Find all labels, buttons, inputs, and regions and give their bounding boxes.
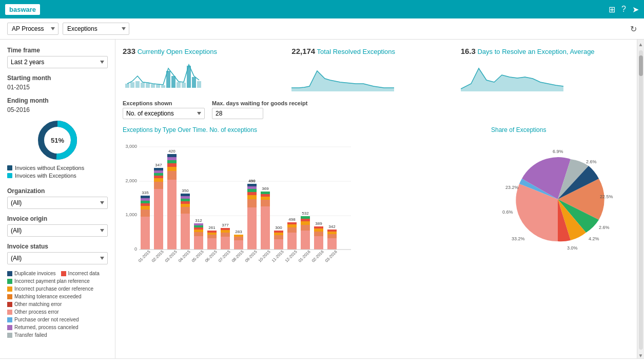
help-icon[interactable]: ? <box>621 5 626 14</box>
legend-item-with: Invoices with Exceptions <box>7 173 108 179</box>
kpi-resolved-title: 22,174 Total Resolved Exceptions <box>291 47 460 55</box>
brand-logo: basware <box>5 4 40 15</box>
scroll-down-arrow[interactable]: ▼ <box>638 353 643 358</box>
svg-rect-46 <box>167 171 177 180</box>
scroll-track[interactable] <box>639 50 643 350</box>
svg-rect-45 <box>167 180 177 250</box>
svg-rect-39 <box>154 176 163 178</box>
svg-text:06-2015: 06-2015 <box>204 249 219 263</box>
svg-rect-129 <box>327 238 337 250</box>
kpi-open: 233 Currently Open Exceptions <box>123 47 291 93</box>
svg-rect-64 <box>194 232 203 236</box>
user-icon[interactable]: ➤ <box>632 5 639 14</box>
legend-color-matching-tolerance <box>7 294 12 299</box>
invoice-origin-select[interactable]: (All) <box>7 224 108 237</box>
pie-chart-section: Share of Exceptions <box>491 126 630 273</box>
svg-rect-104 <box>274 239 283 250</box>
timeframe-section: Time frame Last 2 years <box>7 47 108 68</box>
svg-rect-41 <box>154 170 163 173</box>
scrollbar[interactable]: ▲ ▼ <box>637 40 644 358</box>
kpi-resolved-num: 22,174 <box>291 47 315 55</box>
svg-rect-16 <box>197 81 201 88</box>
svg-text:283: 283 <box>235 230 242 234</box>
svg-rect-31 <box>141 201 150 203</box>
kpi-days-num: 16.3 <box>461 47 476 55</box>
kpi-days: 16.3 Days to Resolve an Exception, Avera… <box>461 47 630 93</box>
view-select[interactable]: Exceptions <box>63 23 129 35</box>
legend-color-incorrect-data <box>61 271 66 276</box>
svg-text:350: 350 <box>182 188 189 193</box>
svg-text:6.9%: 6.9% <box>553 149 563 154</box>
legend-color-payment-plan <box>7 279 12 284</box>
scroll-thumb[interactable] <box>639 55 643 76</box>
refresh-icon[interactable]: ↻ <box>630 24 637 34</box>
kpi-open-label: Currently Open Exceptions <box>138 48 217 55</box>
kpi-row: 233 Currently Open Exceptions <box>123 47 630 93</box>
svg-text:10-2015: 10-2015 <box>258 249 272 263</box>
invoice-origin-section: Invoice origin (All) <box>7 215 108 237</box>
svg-rect-42 <box>154 168 163 170</box>
svg-text:03-2016: 03-2016 <box>324 249 339 263</box>
svg-text:22.5%: 22.5% <box>600 194 613 199</box>
svg-text:0.6%: 0.6% <box>502 209 513 215</box>
svg-text:420: 420 <box>168 149 175 154</box>
svg-rect-72 <box>207 235 217 238</box>
charts-bottom: Exceptions by Type Over Time. No. of exc… <box>123 126 630 273</box>
exceptions-shown-label: Exceptions shown <box>123 100 205 106</box>
legend-incorrect-data: Incorrect data <box>61 271 100 276</box>
legend-color-returned <box>7 325 12 330</box>
svg-rect-32 <box>141 198 150 201</box>
svg-rect-105 <box>274 235 283 239</box>
svg-text:04-2015: 04-2015 <box>178 249 192 263</box>
legend-other-matching: Other matching error <box>7 301 62 307</box>
legend-returned: Returned, process canceled <box>7 324 79 330</box>
bar-chart-svg: 3,000 2,000 1,000 0 <box>123 138 354 271</box>
legend-payment-plan: Incorrect payment plan reference <box>7 278 90 284</box>
scroll-up-arrow[interactable]: ▲ <box>638 42 643 47</box>
svg-rect-11 <box>171 76 175 88</box>
svg-rect-40 <box>154 173 163 176</box>
svg-rect-38 <box>154 178 163 182</box>
grid-icon[interactable]: ⊞ <box>609 5 615 14</box>
svg-rect-120 <box>301 216 310 219</box>
svg-rect-55 <box>181 207 190 214</box>
svg-rect-29 <box>141 206 150 209</box>
legend-transfer-failed: Transfer failed <box>7 332 47 338</box>
timeframe-select[interactable]: Last 2 years <box>7 56 108 68</box>
org-label: Organization <box>7 187 108 195</box>
svg-rect-47 <box>167 167 177 171</box>
exceptions-shown-select[interactable]: No. of exceptions <box>123 108 205 119</box>
svg-rect-111 <box>287 227 297 233</box>
svg-text:05-2015: 05-2015 <box>191 249 205 263</box>
svg-rect-130 <box>327 234 337 238</box>
svg-text:342: 342 <box>328 224 336 229</box>
svg-rect-132 <box>327 230 337 232</box>
legend-label-without: Invoices without Exceptions <box>15 165 84 171</box>
svg-text:11-2015: 11-2015 <box>271 249 285 263</box>
toolbar-left: AP Process Exceptions <box>7 23 129 35</box>
max-days-input[interactable] <box>212 108 263 119</box>
svg-rect-91 <box>247 192 257 195</box>
invoice-status-select[interactable]: (All) <box>7 252 108 264</box>
left-panel: Time frame Last 2 years Starting month 0… <box>0 40 115 358</box>
legend-color-po-ref <box>7 286 12 292</box>
invoice-origin-label: Invoice origin <box>7 215 108 222</box>
legend-color-duplicate <box>7 271 12 276</box>
process-select[interactable]: AP Process <box>7 23 58 35</box>
toolbar: AP Process Exceptions ↻ <box>0 18 644 40</box>
legend-color-other-matching <box>7 302 12 307</box>
svg-text:0: 0 <box>134 246 137 252</box>
svg-rect-83 <box>234 240 243 250</box>
svg-text:369: 369 <box>262 186 269 191</box>
svg-rect-66 <box>194 227 203 230</box>
svg-rect-6 <box>146 83 150 88</box>
legend-dot-with <box>7 173 12 178</box>
svg-rect-107 <box>274 231 283 233</box>
svg-rect-131 <box>327 232 337 234</box>
mini-chart-resolved <box>291 55 394 91</box>
svg-rect-98 <box>261 200 270 206</box>
svg-rect-80 <box>221 228 230 230</box>
org-select[interactable]: (All) <box>7 197 108 209</box>
header-icons: ⊞ ? ➤ <box>609 5 639 14</box>
legend-color-po-not-received <box>7 317 12 322</box>
